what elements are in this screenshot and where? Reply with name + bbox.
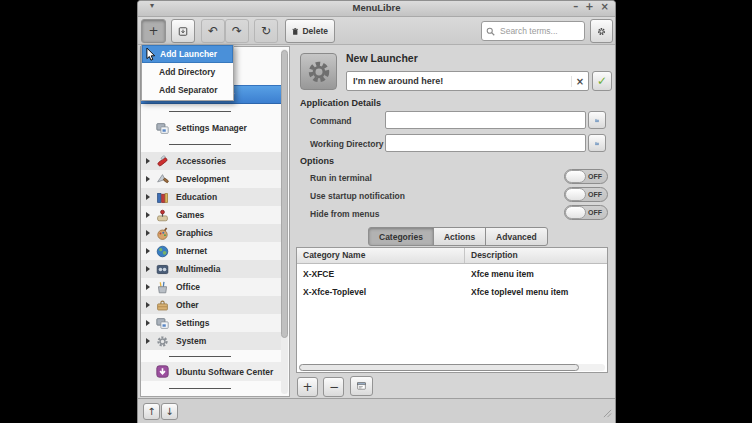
editor-tabbar: Categories Actions Advanced [368,227,548,246]
move-up-button[interactable]: ↑ [143,403,160,420]
command-entry[interactable] [385,111,586,129]
search-input[interactable] [498,25,578,37]
expander-icon[interactable] [146,266,150,272]
sidebar-item-development[interactable]: Development [141,170,282,188]
delete-button-label: Delete [302,26,328,36]
table-header[interactable]: Category Name Description [297,248,607,264]
expander-icon[interactable] [146,158,150,164]
expander-icon[interactable] [146,194,150,200]
command-browse-button[interactable] [588,111,606,129]
switch-knob [565,170,586,183]
sidebar-item-graphics[interactable]: Graphics [141,224,282,242]
sidebar-item-multimedia[interactable]: Multimedia [141,260,282,278]
expander-icon[interactable] [146,284,150,290]
expander-icon[interactable] [146,212,150,218]
sidebar-item-settings[interactable]: Settings [141,314,282,332]
table-horizontal-scrollbar[interactable] [299,364,605,371]
category-name-cell: X-XFCE [297,265,465,283]
expander-icon[interactable] [146,176,150,182]
development-icon [156,173,169,186]
sidebar-item-ubuntu-software-center[interactable]: Ubuntu Software Center [141,362,282,381]
launcher-gear-icon [306,59,332,85]
refresh-button[interactable]: ↻ [254,19,278,43]
minimize-button[interactable]: – [573,1,578,12]
sidebar-item-label: Multimedia [176,264,220,274]
sidebar-item-settings-manager[interactable]: Settings Manager [141,119,282,137]
sidebar-item-system[interactable]: System [141,332,282,350]
clear-categories-button[interactable] [350,376,373,396]
working-directory-input[interactable] [386,138,585,154]
maximize-button[interactable]: + [585,1,593,12]
description-cell: Xfce menu item [465,265,534,283]
save-button[interactable] [171,19,195,43]
category-actions: + − [297,376,374,396]
hide-from-menus-label: Hide from menus [310,209,379,219]
undo-button[interactable]: ↶ [201,19,225,43]
gear-icon [597,25,606,38]
launcher-icon-button[interactable] [300,53,337,90]
tab-categories[interactable]: Categories [368,227,434,246]
sidebar-item-label: Settings [176,318,210,328]
working-directory-browse-button[interactable] [588,134,606,152]
launcher-name-entry[interactable]: × [346,71,589,91]
sidebar-item-games[interactable]: Games [141,206,282,224]
expander-icon[interactable] [146,230,150,236]
remove-category-button[interactable]: − [323,377,344,397]
column-header-description[interactable]: Description [465,248,518,263]
mouse-cursor [146,47,157,66]
clear-list-icon [357,381,366,391]
add-category-button[interactable]: + [297,377,318,397]
expander-icon[interactable] [146,338,150,344]
settings-gear-button[interactable] [590,19,613,43]
sidebar-item-accessories[interactable]: Accessories [141,152,282,170]
resize-grip[interactable] [603,404,612,422]
accessories-icon [156,155,169,168]
tab-advanced[interactable]: Advanced [485,227,548,246]
delete-button[interactable]: Delete [285,19,335,43]
sidebar-item-label: Ubuntu Software Center [176,367,273,377]
search-icon [486,27,495,36]
confirm-name-button[interactable]: ✓ [592,71,612,91]
sidebar-item-label: Office [176,282,200,292]
menu-item-add-separator[interactable]: Add Separator [142,81,233,99]
switch-state-label: OFF [588,191,602,198]
tab-actions[interactable]: Actions [433,227,486,246]
use-startup-notification-label: Use startup notification [310,191,405,201]
column-header-category-name[interactable]: Category Name [297,248,465,263]
system-icon [156,335,169,348]
switch-state-label: OFF [588,209,602,216]
sidebar-item-internet[interactable]: Internet [141,242,282,260]
sidebar-scrollbar[interactable] [281,49,288,394]
sidebar-item-other[interactable]: Other [141,296,282,314]
check-icon: ✓ [597,74,607,88]
main-toolbar: + ↶ ↷ ↻ Delete [138,17,615,45]
sidebar-item-office[interactable]: Office [141,278,282,296]
sidebar-item-label: Education [176,192,217,202]
search-box[interactable] [481,21,585,41]
sidebar-scrollbar-thumb[interactable] [281,50,288,338]
window-menu-icon[interactable]: ▾ [150,1,154,10]
launcher-name-input[interactable] [347,75,571,87]
expander-icon[interactable] [146,302,150,308]
folder-icon [595,116,599,125]
run-in-terminal-switch[interactable]: OFF [564,169,608,184]
use-startup-notification-switch[interactable]: OFF [564,187,608,202]
trash-icon [292,26,298,37]
working-directory-entry[interactable] [385,134,586,152]
expander-icon[interactable] [146,248,150,254]
move-down-button[interactable]: ↓ [161,403,178,420]
expander-icon[interactable] [146,320,150,326]
redo-button[interactable]: ↷ [225,19,249,43]
table-row[interactable]: X-Xfce-Toplevel Xfce toplevel menu item [297,283,607,301]
hide-from-menus-switch[interactable]: OFF [564,205,608,220]
working-directory-label: Working Directory [310,139,384,149]
titlebar[interactable]: ▾ MenuLibre – + × [138,1,615,17]
table-scrollbar-thumb[interactable] [299,364,579,371]
clear-name-icon[interactable]: × [571,76,588,87]
sidebar-item-education[interactable]: Education [141,188,282,206]
add-button[interactable]: + [141,19,166,43]
table-row[interactable]: X-XFCE Xfce menu item [297,265,607,283]
command-input[interactable] [386,115,585,131]
close-button[interactable]: × [601,1,609,12]
settings-icon [156,317,169,330]
